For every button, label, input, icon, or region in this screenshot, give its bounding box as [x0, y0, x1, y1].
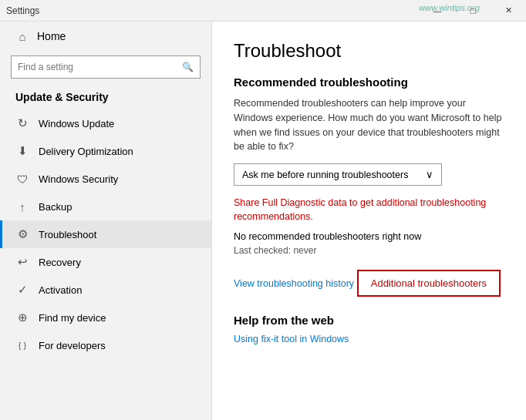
sidebar-item-label: Activation: [39, 284, 82, 296]
search-icon: 🔍: [182, 62, 194, 72]
additional-troubleshooters-button[interactable]: Additional troubleshooters: [357, 270, 501, 297]
dropdown-value: Ask me before running troubleshooters: [242, 170, 408, 180]
for-developers-icon: { }: [15, 338, 29, 352]
close-button[interactable]: ✕: [491, 0, 526, 22]
titlebar: Settings www.wintips.org — □ ✕: [0, 0, 526, 22]
sidebar-item-home[interactable]: ⌂ Home: [0, 22, 211, 51]
page-title: Troubleshoot: [234, 40, 504, 62]
view-history-link[interactable]: View troubleshooting history: [234, 278, 354, 289]
no-troubleshooters-text: No recommended troubleshooters right now: [234, 231, 504, 242]
last-checked-text: Last checked: never: [234, 245, 504, 256]
titlebar-controls: — □ ✕: [420, 0, 526, 21]
delivery-optimization-icon: ⬇: [15, 144, 29, 158]
sidebar-item-label: Backup: [39, 201, 72, 213]
recommended-heading: Recommended troubleshooting: [234, 76, 504, 89]
minimize-button[interactable]: —: [420, 0, 455, 22]
sidebar-section-title: Update & Security: [0, 86, 211, 109]
sidebar-item-label: Windows Security: [39, 173, 118, 185]
sidebar-item-windows-update[interactable]: ↻ Windows Update: [0, 109, 211, 137]
backup-icon: ↑: [15, 200, 29, 213]
help-link[interactable]: Using fix-it tool in Windows: [234, 334, 349, 344]
content-area: Troubleshoot Recommended troubleshooting…: [212, 22, 526, 420]
sidebar-item-label: Delivery Optimization: [39, 146, 133, 157]
recovery-icon: ↩: [15, 255, 29, 269]
home-icon: ⌂: [15, 29, 29, 43]
sidebar-item-label: Find my device: [39, 312, 106, 324]
activation-icon: ✓: [15, 283, 29, 297]
share-diagnostic-link[interactable]: Share Full Diagnostic data to get additi…: [234, 197, 504, 223]
titlebar-title: Settings: [6, 5, 39, 16]
windows-update-icon: ↻: [15, 116, 29, 130]
sidebar-search[interactable]: 🔍: [11, 55, 201, 79]
search-input[interactable]: [18, 62, 182, 72]
main-container: ⌂ Home 🔍 Update & Security ↻ Windows Upd…: [0, 22, 526, 420]
sidebar-item-label: For developers: [39, 340, 106, 351]
recommended-desc: Recommended troubleshooters can help imp…: [234, 96, 504, 154]
chevron-down-icon: ∨: [426, 169, 433, 180]
sidebar-item-label: Recovery: [39, 257, 81, 268]
sidebar-item-activation[interactable]: ✓ Activation: [0, 276, 211, 304]
sidebar-item-recovery[interactable]: ↩ Recovery: [0, 248, 211, 276]
home-label: Home: [37, 30, 66, 42]
sidebar-item-label: Windows Update: [39, 118, 114, 129]
sidebar-item-for-developers[interactable]: { } For developers: [0, 331, 211, 359]
maximize-button[interactable]: □: [455, 0, 491, 22]
sidebar-item-delivery-optimization[interactable]: ⬇ Delivery Optimization: [0, 137, 211, 165]
windows-security-icon: 🛡: [15, 172, 29, 186]
sidebar-item-troubleshoot[interactable]: ⚙ Troubleshoot: [0, 220, 211, 248]
troubleshoot-icon: ⚙: [15, 227, 29, 241]
sidebar-item-backup[interactable]: ↑ Backup: [0, 193, 211, 220]
sidebar-item-find-my-device[interactable]: ⊕ Find my device: [0, 304, 211, 331]
help-section-title: Help from the web: [234, 314, 504, 327]
troubleshoot-dropdown[interactable]: Ask me before running troubleshooters ∨: [234, 163, 442, 186]
find-my-device-icon: ⊕: [15, 311, 29, 324]
sidebar: ⌂ Home 🔍 Update & Security ↻ Windows Upd…: [0, 22, 212, 420]
sidebar-item-windows-security[interactable]: 🛡 Windows Security: [0, 165, 211, 193]
sidebar-item-label: Troubleshoot: [39, 229, 96, 240]
